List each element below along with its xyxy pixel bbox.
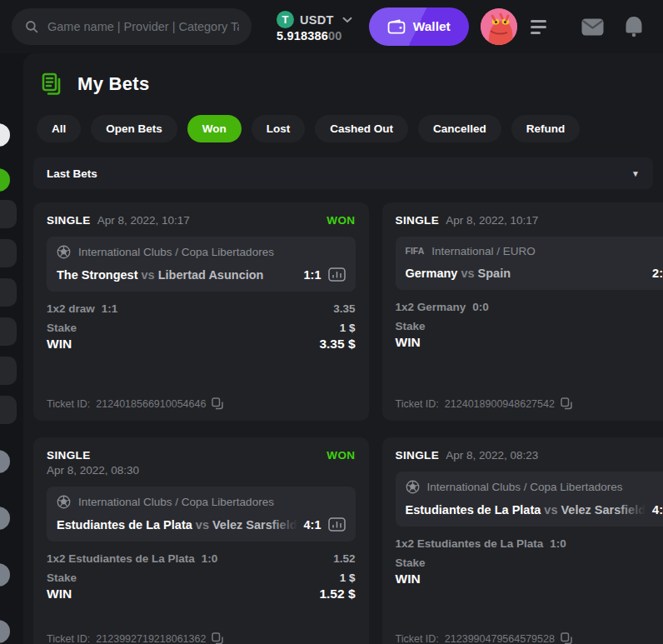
balance-selector[interactable]: T USDT 5.91838600 [277,11,352,42]
ticket-id-label: Ticket ID: [396,398,439,410]
wallet-icon [387,19,406,34]
bet-market-label: 1x2 Estudiantes de La Plata [47,552,195,565]
bet-card-header: SINGLE Apr 8, 2022, 10:17 WON [47,214,356,227]
vs-separator: vs [544,503,557,517]
content-row: My Bets All Open Bets Won Lost Cashed Ou… [0,53,663,644]
avatar[interactable] [481,8,517,45]
search-input[interactable] [47,20,239,33]
bet-odds: 1.52 [333,552,355,565]
match-panel[interactable]: International Clubs / Copa Libertadores … [47,237,356,292]
team-home: Germany [406,267,458,280]
dropdown-caret-icon: ▼ [631,169,640,178]
stats-icon[interactable] [328,517,346,532]
balance-amount: 5.91838600 [277,29,352,42]
win-label: WIN [47,337,72,352]
bet-card-header: SINGLE Apr 8, 2022, 10:17 WON [396,214,663,227]
sidebar-item[interactable] [0,200,17,228]
team-home: Estudiantes de La Plata [57,518,192,532]
copy-icon[interactable] [212,397,223,410]
tab[interactable]: Cashed Out [315,115,408,142]
mail-icon[interactable] [581,18,604,36]
match-name: Estudiantes de La Plata vs Velez Sarsfie… [57,518,297,532]
bet-market-label: 1x2 Germany [396,301,466,313]
win-label: WIN [47,587,72,602]
sidebar-logo[interactable] [0,123,10,147]
ticket-id-label: Ticket ID: [396,633,439,644]
ticket-id-label: Ticket ID: [47,398,90,410]
league-icon [57,245,71,259]
win-label: WIN [396,335,421,350]
ticket-row: Ticket ID: 2123992719218061362 [47,632,356,644]
team-home: Estudiantes de La Plata [406,503,541,517]
match-name: Estudiantes de La Plata vs Velez Sarsfie… [406,503,646,517]
bet-date: Apr 8, 2022, 08:23 [446,449,538,462]
sidebar-item[interactable] [0,396,17,424]
sidebar-item[interactable] [0,317,17,346]
sidebar-active-item[interactable] [0,168,10,192]
bet-date: Apr 8, 2022, 10:17 [97,214,190,227]
wallet-button[interactable]: Wallet [369,7,469,46]
win-value: 3.35 $ [319,337,355,352]
team-away: Velez Sarsfield [212,518,297,532]
tab[interactable]: Won [187,115,242,142]
match-score: 2:1 [652,267,663,280]
bet-type: SINGLE [396,214,440,227]
my-bets-panel: My Bets All Open Bets Won Lost Cashed Ou… [23,53,663,644]
match-name: Germany vs Spain [406,267,646,280]
bet-type: SINGLE [47,449,91,462]
ticket-row: Ticket ID: 2124018566910054646 [47,397,356,410]
team-home: The Strongest [57,268,137,282]
match-panel[interactable]: International Clubs / Copa Libertadores … [396,472,663,527]
bet-detail-rows: 1x2 Estudiantes de La Plata1:0 1.52 Stak… [47,552,356,584]
copy-icon[interactable] [561,632,572,644]
sidebar-item[interactable] [0,278,17,307]
win-row: WIN 3.35 $ [47,337,356,352]
top-bar: T USDT 5.91838600 Wallet [0,0,663,53]
tab[interactable]: Lost [252,115,306,142]
sidebar-provider-icon[interactable] [0,450,10,473]
tab[interactable]: Cancelled [418,115,501,142]
match-score: 4:1 [304,518,322,532]
bet-market-score: 0:0 [472,301,489,313]
user-menu-icon[interactable] [531,20,546,34]
team-away: Velez Sarsfield [561,503,646,517]
win-value: 1.52 $ [319,587,355,602]
league-name: International Clubs / Copa Libertadores [78,496,274,508]
game-search[interactable] [12,8,252,45]
match-name: The Strongest vs Libertad Asuncion [57,268,297,282]
stake-label: Stake [47,322,77,334]
stake-label: Stake [396,557,426,569]
vs-separator: vs [196,518,209,532]
match-panel[interactable]: International Clubs / Copa Libertadores … [47,487,356,542]
league-name: International / EURO [431,245,536,257]
match-panel[interactable]: FIFA International / EURO Germany vs Spa… [396,237,663,290]
tab[interactable]: Open Bets [91,115,177,142]
copy-icon[interactable] [561,397,572,410]
sidebar-item[interactable] [0,239,17,267]
tab[interactable]: Refund [511,115,581,142]
vs-separator: vs [461,267,474,280]
team-away: Libertad Asuncion [158,268,264,282]
stake-label: Stake [396,320,426,332]
tab[interactable]: All [37,115,81,142]
bet-card: SINGLE Apr 8, 2022, 10:17 WON FIFA Inter… [382,202,663,421]
avatar-image [481,8,517,45]
bets-filter-select[interactable]: Last Bets ▼ [33,157,653,189]
soccer-ball-icon [406,480,420,494]
sidebar-provider-icon[interactable] [0,507,10,530]
stats-icon[interactable] [328,267,346,282]
sidebar-provider-icon[interactable] [0,563,10,587]
sidebar-item[interactable] [0,357,17,385]
fifa-logo-icon: FIFA [406,247,425,256]
notifications-bell-icon[interactable] [624,16,644,37]
my-bets-icon [40,72,65,97]
bet-card-header: SINGLE Apr 8, 2022, 08:30 WON [47,449,356,477]
ticket-row: Ticket ID: 2124018900948627542 [396,397,663,410]
copy-icon[interactable] [212,632,223,644]
win-row: WIN 3.1 $ [396,572,663,587]
bet-date: Apr 8, 2022, 10:17 [446,214,538,227]
match-score: 1:1 [304,268,322,282]
ticket-row: Ticket ID: 2123990479564579528 [396,632,663,644]
sidebar-provider-icon[interactable] [0,620,10,643]
page-title: My Bets [77,73,149,95]
